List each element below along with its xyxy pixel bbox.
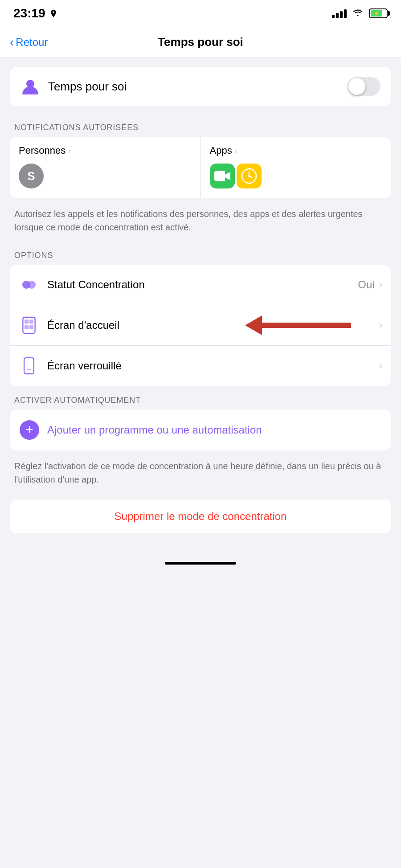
- notifications-description: Autorisez les appels et les notification…: [10, 205, 391, 241]
- svg-rect-13: [25, 319, 29, 323]
- clock-icon: [241, 168, 258, 184]
- red-arrow-annotation: [246, 315, 351, 335]
- auto-section-header: ACTIVER AUTOMATIQUEMENT: [10, 396, 391, 405]
- status-icons: ⚡: [332, 7, 388, 20]
- back-label: Retour: [16, 36, 48, 49]
- notifications-section-header: NOTIFICATIONS AUTORISÉES: [10, 123, 391, 132]
- add-automation-card[interactable]: + Ajouter un programme ou une automatisa…: [10, 409, 391, 450]
- personnes-col[interactable]: Personnes › S: [10, 137, 201, 198]
- ecran-accueil-chevron-icon: ›: [379, 319, 382, 331]
- back-chevron-icon: ‹: [10, 36, 14, 49]
- delete-mode-card[interactable]: Supprimer le mode de concentration: [10, 500, 391, 533]
- svg-rect-18: [27, 369, 31, 370]
- statut-concentration-value: Oui: [358, 278, 374, 291]
- plus-circle-icon: +: [20, 420, 39, 440]
- battery-icon: ⚡: [369, 8, 388, 18]
- status-time: 23:19: [13, 6, 58, 20]
- options-section-header: OPTIONS: [10, 251, 391, 260]
- home-screen-icon: [19, 315, 39, 336]
- statut-concentration-label: Statut Concentration: [47, 278, 358, 291]
- svg-point-9: [248, 175, 250, 177]
- back-button[interactable]: ‹ Retour: [10, 36, 48, 49]
- svg-rect-16: [29, 325, 33, 329]
- svg-point-11: [28, 281, 36, 289]
- facetime-cam: [214, 170, 231, 182]
- app-icons: [210, 164, 383, 188]
- add-automation-label: Ajouter un programme ou une automatisati…: [47, 423, 262, 437]
- ecran-verrouille-label: Écran verrouillé: [47, 360, 379, 372]
- toggle-label: Temps pour soi: [48, 80, 127, 94]
- signal-bars: [332, 8, 347, 18]
- ecran-verrouille-row[interactable]: Écran verrouillé ›: [10, 346, 391, 386]
- delete-mode-label: Supprimer le mode de concentration: [115, 510, 287, 523]
- svg-rect-17: [24, 358, 34, 374]
- nav-bar: ‹ Retour Temps pour soi: [0, 27, 401, 58]
- avatar-s: S: [19, 164, 44, 188]
- page-title: Temps pour soi: [158, 35, 243, 49]
- time-display: 23:19: [13, 6, 45, 20]
- apps-title: Apps ›: [210, 145, 383, 156]
- notifications-card: Personnes › S Apps ›: [10, 137, 391, 198]
- options-card: Statut Concentration Oui › Écran d'accue…: [10, 265, 391, 386]
- toggle-knob: [348, 78, 365, 95]
- person-icon: [20, 77, 40, 96]
- main-content: Temps pour soi NOTIFICATIONS AUTORISÉES …: [0, 58, 401, 556]
- statut-concentration-row[interactable]: Statut Concentration Oui ›: [10, 265, 391, 305]
- svg-rect-4: [214, 171, 224, 181]
- svg-rect-12: [23, 317, 35, 333]
- auto-description: Réglez l'activation de ce mode de concen…: [10, 457, 391, 493]
- personnes-chevron-icon: ›: [68, 146, 71, 156]
- ecran-verrouille-chevron-icon: ›: [379, 360, 382, 372]
- main-toggle-card: Temps pour soi: [10, 67, 391, 106]
- concentration-icon: [19, 274, 39, 295]
- apps-col[interactable]: Apps ›: [201, 137, 392, 198]
- svg-rect-15: [25, 325, 29, 329]
- apps-chevron-icon: ›: [235, 146, 237, 156]
- svg-marker-5: [225, 172, 230, 180]
- facetime-app-icon: [210, 164, 235, 188]
- svg-rect-14: [29, 319, 33, 323]
- wifi-icon: [352, 7, 364, 20]
- toggle-card-left: Temps pour soi: [20, 77, 127, 96]
- statut-concentration-chevron-icon: ›: [379, 279, 382, 291]
- home-bar: [165, 562, 236, 565]
- clock-app-icon: [237, 164, 262, 188]
- main-toggle-switch[interactable]: [348, 77, 381, 96]
- home-indicator: [0, 556, 401, 573]
- location-icon: [49, 9, 58, 18]
- personnes-title: Personnes ›: [19, 145, 192, 156]
- ecran-accueil-row[interactable]: Écran d'accueil ›: [10, 305, 391, 346]
- status-bar: 23:19 ⚡: [0, 0, 401, 27]
- personnes-avatars: S: [19, 164, 192, 188]
- lock-screen-icon: [19, 356, 39, 376]
